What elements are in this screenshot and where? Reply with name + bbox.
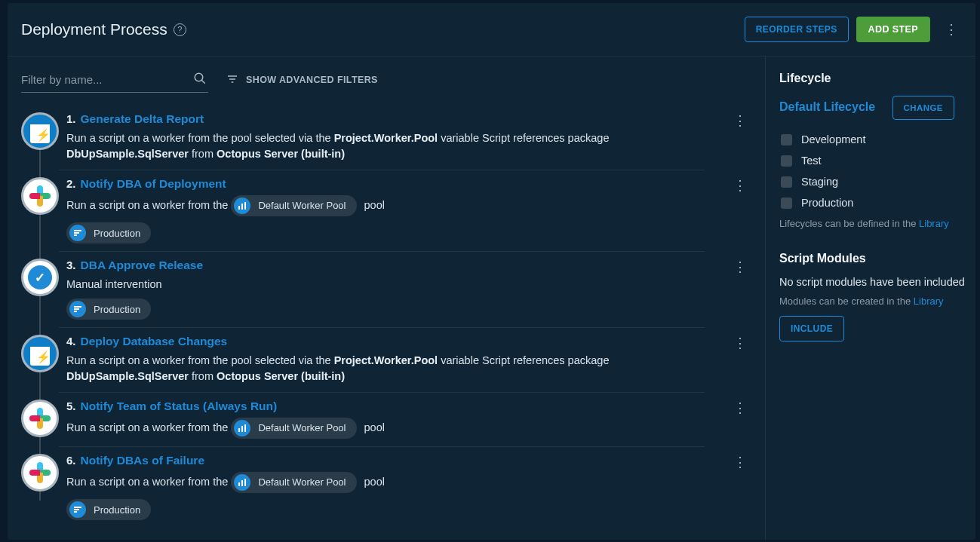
environment-row: Test [779, 155, 965, 167]
approval-step-icon: ✓ [21, 259, 59, 296]
include-module-button[interactable]: INCLUDE [779, 316, 844, 341]
lifecycle-heading: Lifecycle [779, 72, 965, 85]
environment-swatch [781, 134, 792, 145]
search-icon[interactable] [193, 72, 207, 88]
lifecycle-name[interactable]: Default Lifecycle [779, 100, 875, 114]
worker-pool-badge[interactable]: Default Worker Pool [231, 418, 356, 439]
step-content: 2.Notify DBA of DeploymentRun a script o… [59, 177, 724, 243]
add-step-button[interactable]: ADD STEP [856, 17, 930, 42]
environment-swatch [781, 176, 792, 188]
help-icon[interactable]: ? [174, 23, 186, 36]
scripts-empty-text: No script modules have been included [779, 276, 965, 288]
step-content: 4.Deploy Database ChangesRun a script on… [59, 335, 724, 384]
environment-label: Production [94, 504, 140, 516]
step-title-link[interactable]: Deploy Database Changes [81, 335, 228, 348]
svg-rect-5 [74, 230, 81, 231]
svg-rect-18 [74, 509, 79, 510]
database-step-icon: ⚡ [21, 335, 59, 372]
environment-name: Development [801, 133, 865, 145]
slack-step-icon [21, 177, 59, 215]
step-number: 5. [66, 400, 76, 412]
environment-badge[interactable]: Production [66, 499, 151, 520]
steps-panel: SHOW ADVANCED FILTERS ⚡1.Generate Delta … [8, 57, 766, 540]
step-content: 1.Generate Delta ReportRun a script on a… [59, 112, 724, 162]
worker-pool-badge[interactable]: Default Worker Pool [231, 472, 356, 493]
svg-rect-2 [238, 206, 240, 210]
lifecycle-note: Lifecycles can be defined in the Library [779, 218, 965, 229]
step-title-link[interactable]: Notify Team of Status (Always Run) [81, 400, 278, 413]
step-overflow-icon[interactable]: ⋮ [724, 112, 765, 129]
environment-icon [69, 301, 86, 317]
step-number: 1. [66, 112, 76, 125]
step-number: 4. [66, 335, 76, 348]
slack-step-icon [21, 400, 59, 437]
environment-name: Production [801, 197, 853, 209]
scripts-library-link[interactable]: Library [914, 295, 944, 307]
worker-pool-label: Default Worker Pool [258, 421, 346, 436]
page-title: Deployment Process [21, 20, 167, 38]
environment-name: Test [801, 155, 822, 167]
filter-input[interactable] [21, 67, 208, 92]
step-row: ✓3.DBA Approve ReleaseManual interventio… [21, 251, 765, 327]
chart-icon [234, 198, 250, 214]
slack-step-icon [21, 454, 59, 491]
step-overflow-icon[interactable]: ⋮ [724, 259, 765, 275]
environment-swatch [781, 155, 792, 167]
step-number: 6. [66, 454, 76, 467]
show-advanced-filters-button[interactable]: SHOW ADVANCED FILTERS [226, 73, 378, 87]
step-row: ⚡4.Deploy Database ChangesRun a script o… [21, 327, 765, 392]
step-row: ⚡1.Generate Delta ReportRun a script on … [21, 105, 765, 170]
svg-rect-14 [238, 482, 240, 486]
environment-icon [69, 225, 86, 241]
header-overflow-icon[interactable]: ⋮ [944, 21, 959, 38]
step-title-link[interactable]: Generate Delta Report [81, 112, 204, 126]
step-description: Manual intervention [66, 277, 685, 292]
step-description: Run a script on a worker from the Defaul… [66, 472, 685, 493]
step-description: Run a script on a worker from the pool s… [66, 353, 685, 384]
environment-badge[interactable]: Production [66, 299, 151, 320]
step-content: 3.DBA Approve ReleaseManual intervention… [59, 259, 724, 320]
lifecycle-library-link[interactable]: Library [919, 218, 949, 229]
reorder-steps-button[interactable]: REORDER STEPS [745, 17, 849, 42]
step-overflow-icon[interactable]: ⋮ [724, 177, 765, 194]
worker-pool-badge[interactable]: Default Worker Pool [231, 195, 356, 216]
svg-rect-13 [244, 424, 246, 432]
environment-label: Production [94, 228, 140, 239]
environment-badge[interactable]: Production [66, 222, 151, 243]
svg-rect-15 [241, 480, 243, 486]
step-row: 2.Notify DBA of DeploymentRun a script o… [21, 170, 765, 251]
svg-rect-7 [74, 234, 77, 236]
svg-rect-10 [74, 311, 77, 312]
svg-point-0 [195, 73, 203, 81]
chart-icon [234, 420, 250, 436]
filter-icon [226, 73, 238, 87]
svg-rect-12 [241, 426, 243, 432]
step-title-link[interactable]: DBA Approve Release [81, 259, 204, 272]
step-number: 3. [66, 259, 76, 271]
svg-line-1 [201, 80, 205, 84]
change-lifecycle-button[interactable]: CHANGE [892, 96, 954, 120]
step-title-link[interactable]: Notify DBAs of Failure [81, 454, 204, 467]
advanced-filters-label: SHOW ADVANCED FILTERS [246, 75, 378, 85]
step-content: 6.Notify DBAs of FailureRun a script on … [59, 454, 724, 520]
svg-rect-16 [244, 479, 246, 486]
scripts-note: Modules can be created in the Library [779, 295, 965, 307]
environment-row: Production [779, 197, 965, 209]
step-overflow-icon[interactable]: ⋮ [724, 335, 765, 351]
environment-row: Staging [779, 176, 965, 188]
environment-row: Development [779, 133, 965, 145]
step-overflow-icon[interactable]: ⋮ [724, 454, 765, 470]
worker-pool-label: Default Worker Pool [258, 476, 346, 490]
sidebar: Lifecycle Default Lifecycle CHANGE Devel… [766, 57, 975, 540]
step-description: Run a script on a worker from the Defaul… [66, 418, 685, 439]
svg-rect-9 [74, 308, 79, 310]
step-row: 5.Notify Team of Status (Always Run)Run … [21, 392, 765, 446]
svg-rect-8 [74, 306, 81, 308]
svg-rect-3 [241, 204, 243, 210]
filter-input-wrap [21, 67, 208, 93]
database-step-icon: ⚡ [21, 112, 59, 150]
step-title-link[interactable]: Notify DBA of Deployment [81, 177, 226, 191]
step-number: 2. [66, 177, 76, 190]
step-overflow-icon[interactable]: ⋮ [724, 400, 765, 416]
svg-rect-6 [74, 232, 79, 234]
